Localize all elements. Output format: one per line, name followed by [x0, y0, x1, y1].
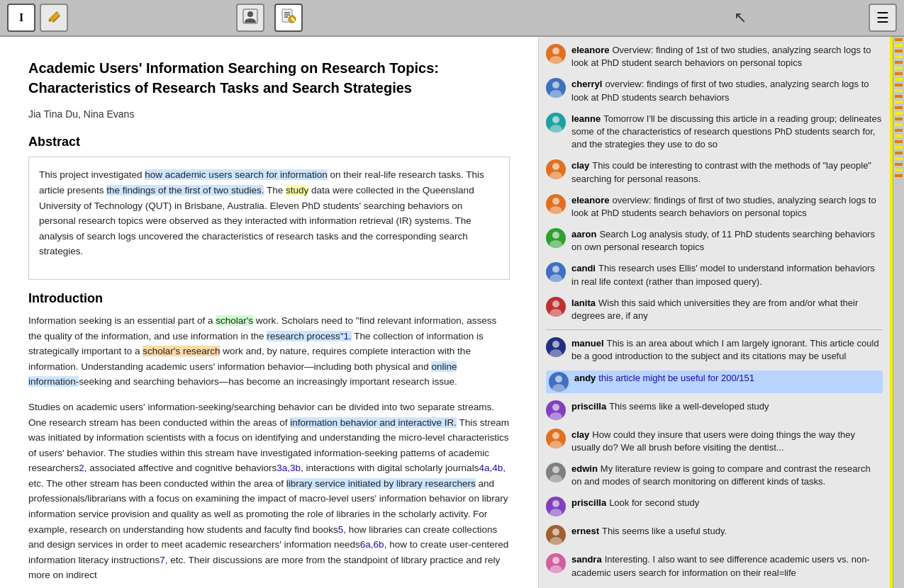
ref-6-link[interactable]: 6a,6b: [360, 539, 384, 550]
intro-para-2: Studies on academic users' information-s…: [28, 400, 510, 583]
comment-username: priscilla: [571, 401, 606, 412]
comment-content: manuelThis is an area about which I am l…: [571, 337, 883, 363]
comment-text: This is an area about which I am largely…: [571, 338, 879, 361]
comment-username: priscilla: [571, 497, 606, 508]
scroll-marker-6: [895, 67, 903, 69]
scroll-marker-19: [895, 140, 903, 143]
comment-username: candi: [571, 263, 596, 273]
svg-point-32: [549, 412, 562, 420]
comment-avatar: [546, 113, 566, 132]
comment-item[interactable]: cherryloverview: findings of first of tw…: [546, 77, 883, 105]
svg-point-17: [552, 163, 559, 170]
cursor-icon: I: [19, 11, 23, 24]
comment-item[interactable]: clayThis could be interesting to contras…: [546, 158, 883, 186]
scroll-marker-15: [895, 118, 903, 120]
comment-item[interactable]: ernestThis seems like a useful study.: [546, 524, 883, 546]
comment-item[interactable]: candiThis research uses Ellis' model to …: [546, 261, 883, 289]
comment-content: priscillaThis seems like a well-develope…: [571, 400, 883, 413]
svg-point-14: [549, 90, 562, 98]
center-tools: ✎: [72, 4, 471, 32]
scroll-marker-20: [895, 146, 903, 149]
comment-item[interactable]: clayHow could they insure that users wer…: [546, 427, 883, 456]
article-panel: Academic Users' Information Searching on…: [0, 37, 539, 588]
scroll-marker-22: [895, 157, 903, 160]
comment-username: andy: [574, 373, 596, 383]
article-title: Academic Users' Information Searching on…: [28, 58, 510, 98]
ref-1-link[interactable]: 1: [344, 331, 350, 341]
comment-content: edwinMy literature review is going to co…: [571, 463, 883, 488]
comment-text: My literature review is going to compare…: [571, 463, 871, 487]
main-content: Academic Users' Information Searching on…: [0, 37, 904, 588]
abstract-text: This project investigated how academic u…: [39, 167, 499, 259]
svg-point-18: [549, 171, 562, 179]
menu-icon: ☰: [876, 9, 889, 26]
comment-item[interactable]: leanneTomorrow I'll be discussing this a…: [546, 111, 883, 153]
scroll-marker-23: [895, 163, 903, 166]
comment-item[interactable]: lanitaWish this said which universities …: [546, 295, 883, 324]
scroll-marker-5: [895, 61, 903, 64]
comment-avatar: [546, 78, 566, 98]
scroll-marker-7: [895, 72, 903, 75]
scroll-marker-18: [895, 135, 903, 137]
scroll-marker-14: [895, 112, 903, 115]
comment-avatar: [546, 297, 566, 317]
comment-avatar: [546, 159, 566, 179]
svg-point-33: [552, 432, 559, 439]
svg-point-24: [549, 274, 562, 282]
comment-username: manuel: [571, 338, 604, 349]
ref-7-link[interactable]: 7: [160, 555, 165, 565]
scroll-marker-17: [895, 129, 903, 132]
ref-2-link[interactable]: 2: [79, 463, 84, 473]
profile-tool[interactable]: [236, 4, 264, 32]
comment-item[interactable]: eleanoreOverview: finding of 1st of two …: [546, 43, 883, 71]
cursor-tool[interactable]: I: [7, 4, 35, 32]
comment-avatar: [546, 262, 566, 282]
comment-text: This seems like a well-developed study: [609, 401, 769, 412]
profile-icon: [242, 9, 258, 28]
comment-item[interactable]: priscillaThis seems like a well-develope…: [546, 399, 883, 422]
document-annotate-tool[interactable]: ✎: [274, 4, 303, 32]
svg-point-13: [552, 81, 559, 89]
comment-item[interactable]: andythis article might be useful for 200…: [546, 371, 883, 393]
comment-username: edwin: [571, 463, 598, 474]
article-authors: Jia Tina Du, Nina Evans: [28, 106, 510, 122]
comment-avatar: [546, 194, 566, 214]
comment-username: ernest: [571, 526, 599, 536]
comment-item[interactable]: aaronSearch Log analysis study, of 11 Ph…: [546, 227, 883, 255]
ref-3-link[interactable]: 3a,3b: [277, 463, 301, 473]
comment-content: sandraInteresting. I also want to see di…: [571, 553, 883, 579]
introduction-heading: Introduction: [28, 291, 510, 306]
comment-text: overview: findings of first of two studi…: [571, 195, 876, 218]
pencil-tool[interactable]: [40, 4, 68, 32]
comment-text: Wish this said which universities they a…: [571, 298, 858, 321]
comment-text: this article might be useful for 200/151: [598, 373, 754, 383]
svg-point-39: [552, 528, 559, 536]
ref-5-link[interactable]: 5: [338, 524, 344, 535]
comment-item[interactable]: priscillaLook for second study: [546, 495, 883, 518]
comment-avatar: [549, 372, 569, 392]
comment-avatar: [546, 337, 566, 357]
comment-content: cherryloverview: findings of first of tw…: [571, 78, 883, 103]
comment-item[interactable]: manuelThis is an area about which I am l…: [546, 336, 883, 364]
menu-button[interactable]: ☰: [869, 4, 897, 32]
comment-text: Search Log analysis study, of 11 PhD stu…: [571, 229, 875, 252]
abstract-box: This project investigated how academic u…: [28, 157, 510, 280]
comment-text: Interesting. I also want to see differen…: [571, 554, 870, 577]
scroll-marker-4: [895, 55, 903, 58]
comment-avatar: [546, 553, 566, 573]
comment-item[interactable]: edwinMy literature review is going to co…: [546, 461, 883, 490]
comment-item[interactable]: eleanoreoverview: findings of first of t…: [546, 193, 883, 221]
svg-point-25: [552, 300, 559, 307]
scroll-marker-10: [895, 89, 903, 92]
svg-point-12: [549, 56, 562, 64]
comment-username: eleanore: [571, 195, 609, 205]
svg-point-41: [552, 557, 559, 564]
scroll-marker-8: [895, 78, 903, 81]
scroll-marker-24: [895, 169, 903, 171]
svg-point-40: [549, 537, 562, 545]
ref-4-link[interactable]: 4a,4b: [479, 463, 503, 473]
comment-item[interactable]: sandraInteresting. I also want to see di…: [546, 552, 883, 580]
comment-content: eleanoreoverview: findings of first of t…: [571, 194, 883, 220]
comments-panel: eleanoreOverview: finding of 1st of two …: [539, 37, 893, 588]
comment-avatar: [546, 497, 566, 516]
